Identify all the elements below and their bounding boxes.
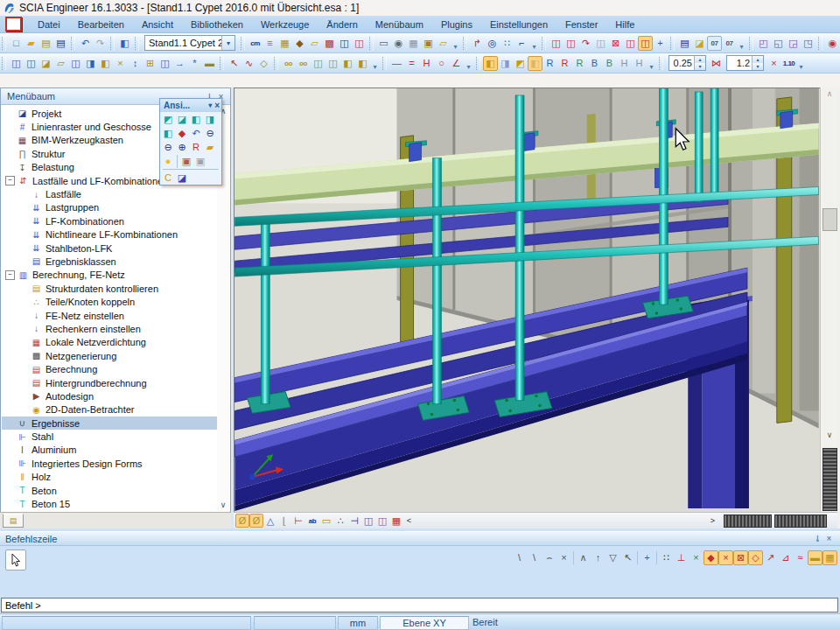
chevron-down-icon[interactable]: ▾ (208, 102, 212, 109)
rtool2-icon[interactable]: R (557, 56, 572, 71)
menu-bibliotheken[interactable]: Bibliotheken (182, 18, 252, 32)
member-new-icon[interactable]: ◫ (549, 36, 564, 51)
menu-bearbeiten[interactable]: Bearbeiten (69, 18, 133, 32)
tree-item-ergebnisklassen[interactable]: ▤Ergebnisklassen (2, 255, 217, 268)
tree-item-nichtlineare-lf-kombinationen[interactable]: ⇊Nichtlineare LF-Kombinationen (2, 228, 217, 242)
modify-overflow-icon[interactable]: ▾ (370, 56, 380, 71)
views-overflow-icon[interactable]: ▾ (737, 36, 746, 51)
htool1-icon[interactable]: H (617, 56, 632, 71)
spinner-down-icon[interactable]: ▾ (752, 63, 763, 70)
cross-section-icon[interactable]: ▦ (277, 36, 292, 51)
grid-settings-icon[interactable]: ▦ (389, 514, 403, 528)
cursor-snap-icon[interactable]: + (640, 550, 654, 565)
tree-item-autodesign[interactable]: ▶Autodesign (2, 389, 217, 402)
display-param1-icon[interactable]: ◫ (9, 56, 24, 71)
print-preview-icon[interactable]: ◉ (391, 36, 406, 51)
move-nodes-icon[interactable]: oo (296, 56, 311, 71)
menutree-tab[interactable]: ▤ (3, 514, 24, 528)
member-edit-icon[interactable]: ◫ (564, 36, 578, 51)
snap-arc-icon[interactable]: ⌢ (542, 550, 556, 565)
tree-item-lf-kombinationen[interactable]: ⇊LF-Kombinationen (2, 214, 217, 228)
light-icon[interactable]: ● (161, 154, 175, 168)
break-line-icon[interactable]: × (766, 56, 781, 71)
rtool3-icon[interactable]: R (572, 56, 587, 71)
tree-item-rechenkern-einstellen[interactable]: ↓Rechenkern einstellen (2, 322, 217, 335)
snap-arc-center-icon[interactable]: ≈ (793, 550, 808, 565)
tree-item-lokale-netzverdichtung[interactable]: ▦Lokale Netzverdichtung (2, 336, 217, 349)
dot-grid-toggle-icon[interactable]: ▬ (808, 550, 822, 565)
ortho-snap-icon[interactable]: ⊥ (674, 550, 689, 565)
close-icon[interactable]: × (823, 534, 835, 543)
display-param6-icon[interactable]: ◨ (83, 56, 98, 71)
calculation-window2-icon[interactable]: ◫ (352, 36, 367, 51)
collapse-icon[interactable]: − (5, 270, 15, 280)
tree-item-netzgenerierung[interactable]: ▩Netzgenerierung (2, 349, 217, 362)
calculation-window-icon[interactable]: ◫ (337, 36, 352, 51)
document-window-icon[interactable] (5, 17, 22, 32)
cube-view-icon[interactable]: ◪ (175, 171, 189, 185)
spinner-arrows[interactable]: ▴▾ (752, 56, 763, 70)
tree-item-berechnung[interactable]: ▤Berechnung (2, 362, 217, 375)
window-copy1-icon[interactable]: ◰ (756, 36, 771, 51)
group-grip[interactable] (220, 57, 224, 70)
tree-item-ergebnisse[interactable]: ∪Ergebnisse (2, 416, 217, 430)
mode-drag-icon[interactable]: ↖ (620, 550, 635, 565)
menu-fenster[interactable]: Fenster (556, 18, 606, 32)
scale-overflow-icon[interactable]: ▾ (796, 56, 806, 71)
snap-endpoint-icon[interactable]: ◆ (704, 550, 718, 565)
fpanel4-icon[interactable]: ◧ (528, 56, 542, 71)
zoom-out-icon[interactable]: ⊖ (161, 140, 175, 154)
pin-icon[interactable]: ⊸ (812, 534, 823, 543)
hot-point-icon[interactable]: ↖ (227, 56, 242, 71)
dim-double-icon[interactable]: = (404, 56, 419, 71)
zoom-document-icon[interactable]: ◎ (485, 36, 500, 51)
scale-factor[interactable]: 1.2▴▾ (726, 55, 764, 71)
grid-red-icon[interactable]: ▩ (322, 36, 337, 51)
menu-datei[interactable]: Datei (29, 18, 69, 32)
btool2-icon[interactable]: B (602, 56, 617, 71)
group-grip[interactable] (2, 57, 6, 70)
status-units[interactable]: mm (338, 616, 378, 630)
snap-off-icon[interactable]: × (556, 550, 571, 565)
rtool1-icon[interactable]: R (542, 56, 557, 71)
view-axo-icon[interactable]: ◨ (203, 112, 217, 126)
scroll-left-icon[interactable]: < (403, 514, 415, 528)
tree-item-2d-daten-betrachter[interactable]: ◉2D-Daten-Betrachter (2, 403, 217, 416)
fpanel2-icon[interactable]: ◨ (498, 56, 513, 71)
snap-perpendicular-icon[interactable]: ◇ (748, 550, 763, 565)
menu-hilfe[interactable]: Hilfe (606, 18, 643, 32)
mode-face-icon[interactable]: ▽ (606, 550, 620, 565)
paint-section-icon[interactable]: ▭ (319, 514, 333, 528)
pane-splitter-handle[interactable] (822, 448, 837, 511)
display-param3-icon[interactable]: ◪ (38, 56, 53, 71)
snap-polygon-icon[interactable]: ⊿ (778, 550, 793, 565)
tree-item-lastfaelle[interactable]: ↓Lastfälle (2, 187, 217, 200)
htool2-icon[interactable]: H (632, 56, 647, 71)
project-window-icon[interactable]: ◧ (117, 36, 132, 51)
grid-snap-icon[interactable]: ∷ (659, 550, 674, 565)
group-grip[interactable] (241, 37, 245, 50)
group-grip[interactable] (274, 57, 278, 70)
scroll-thumb[interactable] (724, 514, 772, 528)
hot-geometry-icon[interactable]: ↱ (470, 36, 485, 51)
scroll-down-icon[interactable]: ∨ (823, 430, 836, 439)
panel-gold1-icon[interactable]: ◧ (340, 56, 355, 71)
redo-icon[interactable]: ↷ (93, 36, 108, 51)
fpanel1-icon[interactable]: ◧ (483, 56, 498, 71)
snap-intersection-icon[interactable]: ⊠ (733, 550, 748, 565)
window-copy2-icon[interactable]: ◱ (771, 36, 786, 51)
tree-item-integriertes-design-forms[interactable]: ⊪Integriertes Design Forms (2, 457, 217, 470)
tree-item-aluminium[interactable]: IAluminium (2, 444, 217, 457)
scroll-down-icon[interactable]: ∨ (217, 500, 229, 509)
render-eye-icon[interactable]: ◉ (825, 36, 840, 51)
panel-gold2-icon[interactable]: ◧ (355, 56, 370, 71)
node-snap-icon[interactable]: ⋈ (709, 56, 724, 71)
member-gray-icon[interactable]: ◫ (593, 36, 608, 51)
scroll-right-icon[interactable]: > (707, 514, 718, 528)
snap-distance[interactable]: 0.25▴▾ (668, 55, 706, 71)
beam-olive-icon[interactable]: ▬ (202, 56, 217, 71)
group-grip[interactable] (2, 37, 6, 50)
layers-icon[interactable]: ≡ (262, 36, 277, 51)
member-curve-icon[interactable]: ↷ (578, 36, 593, 51)
collapse-icon[interactable]: − (5, 176, 15, 186)
